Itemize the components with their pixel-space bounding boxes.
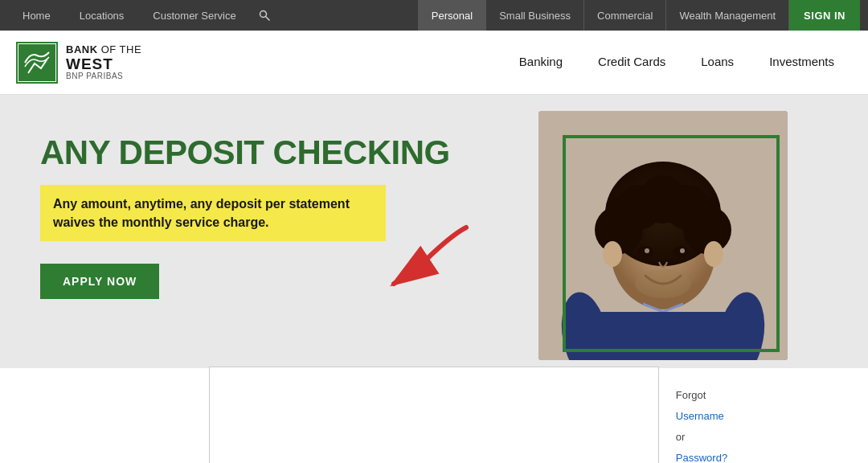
- nav-credit-cards[interactable]: Credit Cards: [580, 39, 683, 87]
- hero-content: ANY DEPOSIT CHECKING Any amount, anytime…: [40, 127, 450, 299]
- tab-commercial[interactable]: Commercial: [584, 0, 666, 31]
- hero-title: ANY DEPOSIT CHECKING: [40, 135, 450, 170]
- hero-section: ANY DEPOSIT CHECKING Any amount, anytime…: [0, 95, 868, 368]
- nav-banking[interactable]: Banking: [502, 39, 580, 87]
- logo-text: BANK OF THE WEST BNP PARIBAS: [66, 43, 141, 81]
- top-signin-button[interactable]: SIGN IN: [789, 0, 860, 31]
- hero-subtitle: Any amount, anytime, any deposit per sta…: [40, 185, 386, 241]
- tab-small-business[interactable]: Small Business: [486, 0, 584, 31]
- logo-west: WEST: [66, 56, 141, 72]
- nav-locations[interactable]: Locations: [65, 0, 139, 31]
- nav-customer-service[interactable]: Customer Service: [138, 0, 250, 31]
- svg-line-1: [265, 17, 269, 21]
- green-frame: [563, 135, 780, 352]
- logo-bank: BANK OF THE: [66, 43, 141, 56]
- nav-home[interactable]: Home: [8, 0, 65, 31]
- logo-nav: BANK OF THE WEST BNP PARIBAS Banking Cre…: [0, 31, 868, 95]
- nav-loans[interactable]: Loans: [683, 39, 751, 87]
- svg-rect-2: [18, 44, 55, 81]
- tab-wealth-management[interactable]: Wealth Management: [666, 0, 789, 31]
- forgot-username-link[interactable]: Username: [676, 410, 724, 422]
- tab-personal[interactable]: Personal: [418, 0, 486, 31]
- secondary-nav: Banking Credit Cards Loans Investments: [502, 39, 852, 87]
- search-icon[interactable]: [251, 0, 278, 31]
- hero-person-image: [538, 111, 788, 360]
- logo-bnp: BNP PARIBAS: [66, 72, 141, 81]
- forgot-text: Forgot Username or Password?: [676, 385, 727, 463]
- logo: BANK OF THE WEST BNP PARIBAS: [16, 42, 177, 84]
- top-nav: Home Locations Customer Service Personal…: [0, 0, 868, 31]
- login-links: Forgot Username or Password? New? Sign u…: [676, 385, 727, 463]
- apply-now-button[interactable]: APPLY NOW: [40, 264, 159, 299]
- logo-icon: [16, 42, 58, 84]
- forgot-password-link[interactable]: Password?: [676, 452, 727, 463]
- login-section: Bank of the West Sign In SIGN IN Save Us…: [209, 367, 659, 463]
- nav-investments[interactable]: Investments: [751, 39, 852, 87]
